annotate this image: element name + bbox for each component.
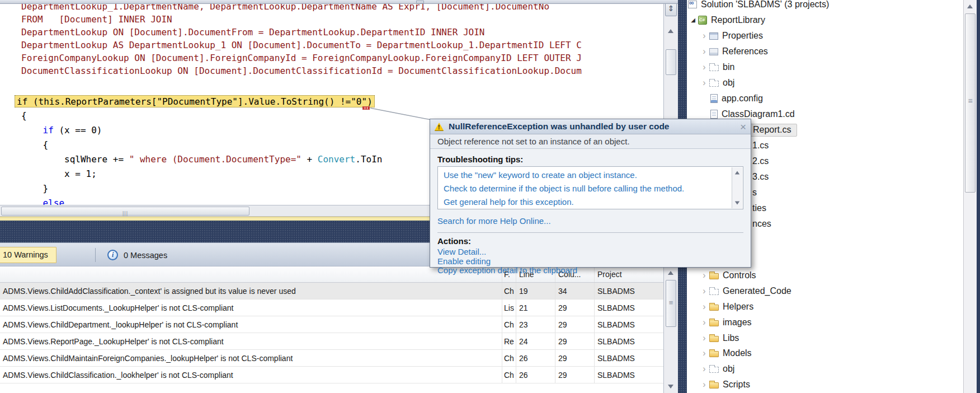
tree-item-label: Generated_Code xyxy=(723,286,791,296)
expand-arrow-icon[interactable]: › xyxy=(699,31,709,40)
tree-item-label: obj xyxy=(723,364,734,374)
exception-message: Object reference not set to an instance … xyxy=(430,134,751,149)
troubleshooting-tips-list: Use the "new" keyword to create an objec… xyxy=(444,169,728,209)
tip-link[interactable]: Use the "new" keyword to create an objec… xyxy=(444,169,728,182)
tree-item-solution-slbadms-3-projects[interactable]: Solution 'SLBADMS' (3 projects) xyxy=(687,0,963,12)
code-line: else xyxy=(21,197,64,205)
tree-item-images[interactable]: ›images xyxy=(687,315,963,330)
cell-file: Lis xyxy=(502,300,516,316)
tree-item-label: Report.cs xyxy=(750,124,797,137)
expand-arrow-icon[interactable]: › xyxy=(699,47,709,56)
code-line: DepartmentLookup ON [Document].DocumentF… xyxy=(21,26,484,39)
expand-arrow-icon[interactable]: › xyxy=(699,334,709,343)
code-line: { xyxy=(21,110,27,122)
cell-proj: SLBADMS xyxy=(595,300,663,316)
expand-arrow-icon[interactable]: › xyxy=(699,364,709,373)
tree-item-label: 2.cs xyxy=(752,156,769,166)
cell-col: 34 xyxy=(555,283,595,299)
tree-item-helpers[interactable]: ›Helpers xyxy=(687,300,963,314)
collapse-arrow-icon[interactable]: ◢ xyxy=(688,17,698,23)
error-list-row[interactable]: ADMS.Views.ChildDepartment._lookupHelper… xyxy=(0,316,663,333)
cell-proj: SLBADMS xyxy=(595,367,663,383)
tree-item-models[interactable]: ›Models xyxy=(687,346,963,361)
action-link[interactable]: View Detail... xyxy=(437,247,743,257)
cell-desc: ADMS.Views.ListDocuments._LookupHelper' … xyxy=(0,300,502,316)
error-list-scrollbar[interactable] xyxy=(663,266,678,393)
tree-item-libs[interactable]: ›Libs xyxy=(687,331,963,345)
scroll-up-arrow-icon[interactable] xyxy=(735,171,740,175)
exception-assistant-popup: NullReferenceException was unhandled by … xyxy=(430,119,751,268)
splitter-grip-icon[interactable] xyxy=(416,1,424,3)
exception-popup-body: Troubleshooting tips: Use the "new" keyw… xyxy=(430,149,751,275)
solution-explorer-scrollbar[interactable] xyxy=(963,0,977,393)
tip-link[interactable]: Get general help for this exception. xyxy=(444,195,728,209)
config-file-icon xyxy=(710,94,718,103)
scroll-down-arrow-icon[interactable] xyxy=(668,385,673,389)
vertical-scroll-thumb[interactable] xyxy=(666,49,676,75)
scroll-up-arrow-icon[interactable] xyxy=(967,4,973,8)
cell-line: 26 xyxy=(516,367,555,383)
tree-item-reportlibrary[interactable]: ◢ReportLibrary xyxy=(687,13,963,27)
search-help-online-link[interactable]: Search for more Help Online... xyxy=(437,214,743,228)
column-header-desc[interactable] xyxy=(0,266,502,282)
warnings-filter-button[interactable]: 10 Warnings xyxy=(0,247,56,263)
error-list-table: F.LineColu...Project ADMS.Views.ChildAdd… xyxy=(0,266,663,393)
expand-arrow-icon[interactable]: › xyxy=(699,302,709,311)
tip-link[interactable]: Check to determine if the object is null… xyxy=(444,182,728,195)
code-line: if (x == 0) xyxy=(21,124,102,137)
warning-icon xyxy=(435,123,444,130)
csproj-icon xyxy=(698,16,707,25)
action-link[interactable]: Enable editing xyxy=(437,257,743,266)
tree-item-references[interactable]: ›References xyxy=(687,44,963,59)
cell-desc: ADMS.Views.ChildAddClassification._conte… xyxy=(0,283,502,299)
cell-file: Ch xyxy=(502,316,516,333)
messages-filter-button[interactable]: 0 Messages xyxy=(124,249,167,262)
scroll-down-arrow-icon[interactable] xyxy=(735,202,740,205)
tree-item-label: Properties xyxy=(722,31,763,41)
tree-item-scripts[interactable]: ›Scripts xyxy=(687,377,963,392)
close-icon[interactable]: × xyxy=(740,121,746,132)
tree-item-properties[interactable]: ›Properties xyxy=(687,29,963,43)
cell-file: Ch xyxy=(502,350,516,366)
scroll-up-arrow-icon[interactable] xyxy=(668,29,673,33)
references-icon xyxy=(709,48,718,55)
solution-icon xyxy=(688,1,697,8)
tree-item-generated-code[interactable]: ›Generated_Code xyxy=(687,284,963,298)
cell-line: 24 xyxy=(516,333,555,349)
error-list-scroll-thumb[interactable] xyxy=(666,280,676,327)
cell-proj: SLBADMS xyxy=(595,350,663,366)
tree-item-label: bin xyxy=(723,62,734,72)
folder-icon xyxy=(709,351,719,357)
tree-item-app-config[interactable]: app.config xyxy=(687,91,963,106)
tree-item-label: ClassDiagram1.cd xyxy=(722,109,795,119)
tree-item-bin[interactable]: ›bin xyxy=(687,60,963,74)
error-list-row[interactable]: ADMS.Views.ListDocuments._LookupHelper' … xyxy=(0,300,663,316)
action-link[interactable]: Copy exception detail to the clipboard xyxy=(437,266,743,275)
error-list-row[interactable]: ADMS.Views.ReportPage._LookupHelper' is … xyxy=(0,333,663,350)
expand-arrow-icon[interactable]: › xyxy=(699,287,709,296)
expand-arrow-icon[interactable]: › xyxy=(699,63,709,72)
folder-dashed-icon xyxy=(709,289,719,295)
partial-row xyxy=(0,383,663,393)
tree-item-obj[interactable]: ›obj xyxy=(687,76,963,90)
cell-line: 23 xyxy=(516,316,555,333)
expand-arrow-icon[interactable]: › xyxy=(699,349,709,358)
expand-arrow-icon[interactable]: › xyxy=(699,380,709,389)
error-list-row[interactable]: ADMS.Views.ChildMaintainForeignCompanies… xyxy=(0,350,663,367)
folder-icon xyxy=(709,320,719,326)
cell-desc: ADMS.Views.ChildClassification._lookhelp… xyxy=(0,367,502,383)
cell-line: 21 xyxy=(516,300,555,316)
tips-scrollbar[interactable] xyxy=(732,167,742,208)
horizontal-scroll-thumb[interactable] xyxy=(1,207,249,216)
cell-file: Ch xyxy=(502,283,516,299)
tree-item-obj[interactable]: ›obj xyxy=(687,362,963,376)
code-line: { xyxy=(21,139,48,151)
tree-item-label: Scripts xyxy=(723,380,750,390)
expand-arrow-icon[interactable]: › xyxy=(699,318,709,327)
file-icon xyxy=(710,110,718,119)
solution-explorer-scroll-thumb[interactable] xyxy=(965,13,976,193)
error-list-row[interactable]: ADMS.Views.ChildClassification._lookhelp… xyxy=(0,367,663,383)
actions-label: Actions: xyxy=(437,236,743,246)
error-list-row[interactable]: ADMS.Views.ChildAddClassification._conte… xyxy=(0,283,663,300)
expand-arrow-icon[interactable]: › xyxy=(699,78,709,87)
